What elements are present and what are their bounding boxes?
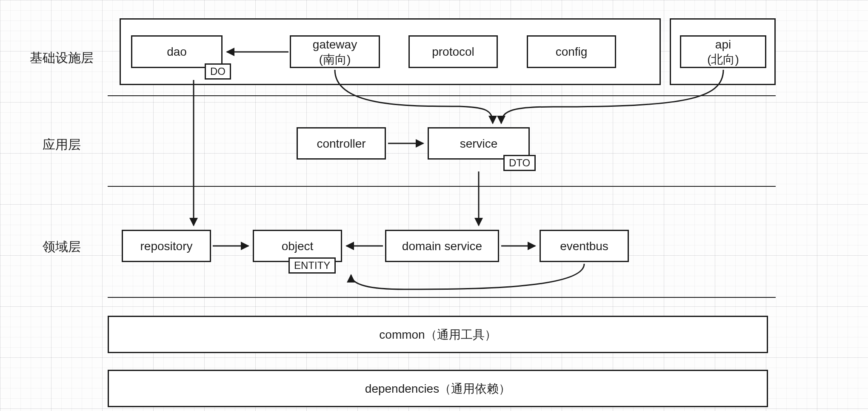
divider-1 bbox=[108, 95, 776, 96]
tag-do: DO bbox=[205, 63, 231, 80]
box-api-label1: api bbox=[715, 37, 731, 52]
box-repository-label: repository bbox=[140, 239, 193, 254]
box-protocol-label: protocol bbox=[432, 44, 474, 59]
layer-label-app: 应用层 bbox=[43, 136, 81, 154]
box-domain-service: domain service bbox=[385, 230, 499, 262]
tag-entity: ENTITY bbox=[288, 257, 336, 274]
box-api-label2: (北向) bbox=[707, 52, 739, 67]
box-eventbus: eventbus bbox=[540, 230, 629, 262]
box-service-label: service bbox=[460, 136, 498, 151]
tag-dto: DTO bbox=[503, 155, 536, 171]
box-gateway: gateway (南向) bbox=[290, 35, 380, 68]
layer-label-domain: 领域层 bbox=[43, 238, 81, 256]
box-config: config bbox=[527, 35, 616, 68]
box-gateway-label2: (南向) bbox=[319, 52, 351, 67]
box-controller-label: controller bbox=[317, 136, 365, 151]
box-dependencies-label: dependencies（通用依赖） bbox=[365, 381, 511, 396]
box-domain-service-label: domain service bbox=[402, 239, 482, 254]
box-eventbus-label: eventbus bbox=[560, 239, 608, 254]
layer-label-infra: 基础设施层 bbox=[30, 49, 94, 67]
box-repository: repository bbox=[122, 230, 211, 262]
box-gateway-label1: gateway bbox=[313, 37, 357, 52]
box-config-label: config bbox=[556, 44, 588, 59]
arrow-eventbus-object bbox=[351, 264, 584, 289]
box-common-label: common（通用工具） bbox=[379, 327, 496, 342]
box-object-label: object bbox=[282, 239, 314, 254]
box-dao-label: dao bbox=[167, 44, 187, 59]
box-controller: controller bbox=[297, 127, 386, 160]
box-api: api (北向) bbox=[680, 35, 766, 68]
box-dependencies: dependencies（通用依赖） bbox=[108, 370, 768, 407]
divider-2 bbox=[108, 186, 776, 187]
box-protocol: protocol bbox=[408, 35, 498, 68]
divider-3 bbox=[108, 297, 776, 298]
box-common: common（通用工具） bbox=[108, 316, 768, 353]
